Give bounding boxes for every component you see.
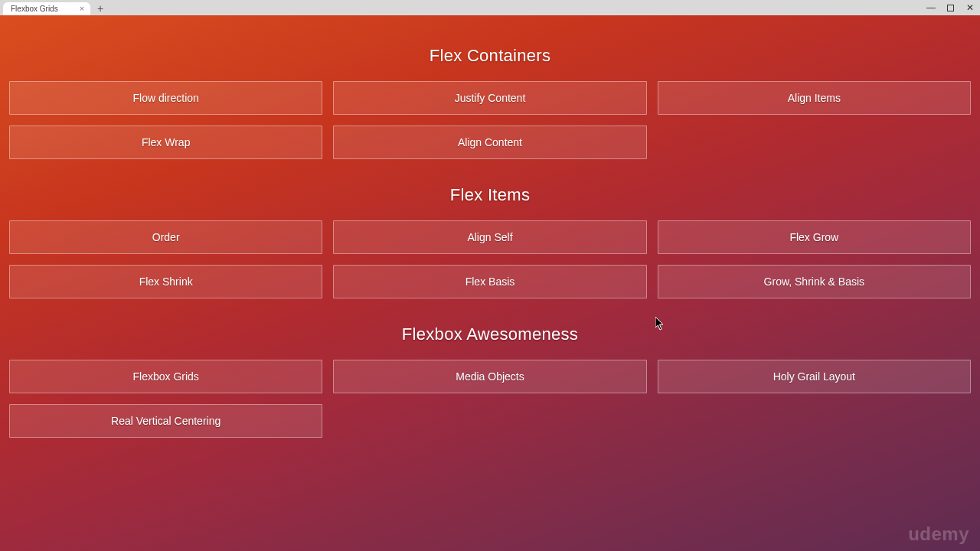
section-flex-containers: Flex Containers Flow direction Justify C… [8,46,972,159]
card-flex-shrink[interactable]: Flex Shrink [9,265,322,298]
close-window-icon[interactable]: ✕ [965,2,975,13]
card-label: Justify Content [455,92,526,104]
card-grow-shrink-basis[interactable]: Grow, Shrink & Basis [658,265,971,298]
card-label: Align Self [467,231,512,243]
maximize-icon[interactable] [947,5,954,11]
watermark: udemy [908,523,969,545]
section-flex-items: Flex Items Order Align Self Flex Grow Fl… [8,185,972,298]
card-label: Grow, Shrink & Basis [764,276,865,288]
browser-tab-active[interactable]: Flexbox Grids × [3,2,90,15]
grid-flex-containers: Flow direction Justify Content Align Ite… [8,81,972,159]
card-label: Holy Grail Layout [773,370,855,383]
new-tab-button[interactable]: + [93,2,107,15]
card-justify-content[interactable]: Justify Content [333,81,646,115]
card-label: Align Content [458,136,522,148]
card-align-content[interactable]: Align Content [333,126,646,159]
card-label: Flex Shrink [139,276,193,288]
card-label: Align Items [788,92,841,104]
card-holy-grail-layout[interactable]: Holy Grail Layout [658,360,971,393]
card-label: Flow direction [132,92,198,104]
card-flow-direction[interactable]: Flow direction [9,81,322,115]
card-flex-wrap[interactable]: Flex Wrap [9,126,322,159]
window-titlebar: Flexbox Grids × + — ✕ [0,0,980,15]
card-label: Real Vertical Centering [111,415,220,427]
grid-flexbox-awesomeness: Flexbox Grids Media Objects Holy Grail L… [8,360,972,438]
card-label: Flex Grow [789,231,838,243]
browser-tabs: Flexbox Grids × + [0,0,107,15]
section-title: Flexbox Awesomeness [8,324,972,344]
minimize-icon[interactable]: — [926,2,936,13]
card-real-vertical-centering[interactable]: Real Vertical Centering [9,404,322,438]
card-order[interactable]: Order [9,220,322,254]
card-align-items[interactable]: Align Items [658,81,971,115]
card-flex-basis[interactable]: Flex Basis [333,265,646,298]
card-label: Media Objects [456,370,524,383]
section-title: Flex Items [8,185,972,205]
section-title: Flex Containers [8,46,972,66]
close-icon[interactable]: × [80,5,84,13]
card-align-self[interactable]: Align Self [333,220,646,254]
card-label: Order [152,231,180,243]
card-label: Flex Wrap [142,136,191,148]
grid-flex-items: Order Align Self Flex Grow Flex Shrink F… [8,220,972,298]
window-controls: — ✕ [926,2,975,13]
section-flexbox-awesomeness: Flexbox Awesomeness Flexbox Grids Media … [8,324,972,438]
card-label: Flex Basis [466,276,515,288]
card-label: Flexbox Grids [132,370,198,383]
card-flex-grow[interactable]: Flex Grow [658,220,971,254]
page-viewport: Flex Containers Flow direction Justify C… [0,15,980,551]
card-flexbox-grids[interactable]: Flexbox Grids [9,360,322,393]
card-media-objects[interactable]: Media Objects [333,360,646,393]
tab-title: Flexbox Grids [11,5,58,13]
